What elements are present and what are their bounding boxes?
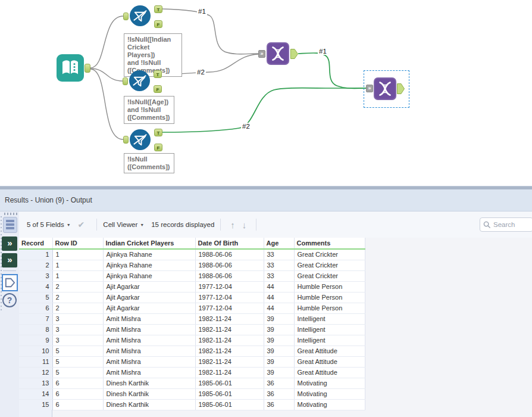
table-cell[interactable]: 36 bbox=[264, 388, 294, 399]
column-header[interactable]: Age bbox=[264, 238, 294, 249]
record-number-cell[interactable]: 15 bbox=[19, 399, 52, 410]
search-box[interactable] bbox=[480, 217, 532, 232]
record-number-cell[interactable]: 5 bbox=[19, 292, 52, 303]
table-cell[interactable]: 39 bbox=[264, 324, 294, 335]
table-cell[interactable]: 1985-06-01 bbox=[195, 388, 264, 399]
record-number-cell[interactable]: 12 bbox=[19, 367, 52, 378]
filter2-annotation[interactable]: !IsNull([Age]) and !IsNull ([Comments]) bbox=[124, 96, 174, 124]
table-cell[interactable]: 36 bbox=[264, 399, 294, 410]
table-cell[interactable]: 5 bbox=[52, 367, 103, 378]
table-cell[interactable]: 39 bbox=[264, 335, 294, 346]
record-number-cell[interactable]: 3 bbox=[19, 270, 52, 281]
record-number-cell[interactable]: 11 bbox=[19, 356, 52, 367]
table-row[interactable]: 93Amit Mishra1982-11-2439Intelligent bbox=[19, 335, 365, 346]
table-cell[interactable]: 44 bbox=[264, 281, 294, 292]
table-row[interactable]: 11Ajinkya Rahane1988-06-0633Great Crickt… bbox=[19, 249, 365, 260]
table-cell[interactable]: Great Attitude bbox=[294, 356, 365, 367]
filter1-false-anchor[interactable]: F bbox=[154, 20, 162, 28]
table-cell[interactable]: 1988-06-06 bbox=[195, 249, 264, 260]
table-cell[interactable]: Ajinkya Rahane bbox=[103, 249, 195, 260]
table-cell[interactable]: Amit Mishra bbox=[103, 356, 195, 367]
output-anchors-icon[interactable]: » bbox=[2, 253, 17, 267]
table-cell[interactable]: Great Attitude bbox=[294, 346, 365, 356]
filter3-annotation[interactable]: !IsNull ([Comments]) bbox=[124, 153, 174, 173]
table-cell[interactable]: 3 bbox=[52, 324, 103, 335]
table-row[interactable]: 156Dinesh Karthik1985-06-0136Motivating bbox=[19, 399, 365, 410]
apply-check-icon[interactable]: ✔ bbox=[78, 220, 85, 229]
search-input[interactable] bbox=[493, 221, 529, 228]
filter1-input-anchor[interactable] bbox=[123, 13, 129, 20]
connection-filter3-union2[interactable] bbox=[162, 88, 366, 132]
union2-input-anchor[interactable]: » bbox=[366, 85, 373, 92]
column-header[interactable]: Date Of Birth bbox=[195, 238, 264, 249]
rail-drag-handle[interactable] bbox=[4, 213, 18, 215]
table-row[interactable]: 31Ajinkya Rahane1988-06-0633Great Crickt… bbox=[19, 270, 365, 281]
table-cell[interactable]: Amit Mishra bbox=[103, 335, 195, 346]
table-cell[interactable]: Humble Person bbox=[294, 281, 365, 292]
table-cell[interactable]: 39 bbox=[264, 313, 294, 324]
table-cell[interactable]: Amit Mishra bbox=[103, 324, 195, 335]
table-cell[interactable]: 1988-06-06 bbox=[195, 260, 264, 270]
table-cell[interactable]: 33 bbox=[264, 270, 294, 281]
table-cell[interactable]: 1982-11-24 bbox=[195, 324, 264, 335]
table-cell[interactable]: 44 bbox=[264, 292, 294, 303]
input-data-tool[interactable] bbox=[57, 54, 84, 82]
record-number-cell[interactable]: 4 bbox=[19, 281, 52, 292]
table-row[interactable]: 42Ajit Agarkar1977-12-0444Humble Person bbox=[19, 281, 365, 292]
table-cell[interactable]: Ajit Agarkar bbox=[103, 292, 195, 303]
table-row[interactable]: 115Amit Mishra1982-11-2439Great Attitude bbox=[19, 356, 365, 367]
record-number-cell[interactable]: 7 bbox=[19, 313, 52, 324]
table-cell[interactable]: Dinesh Karthik bbox=[103, 378, 195, 388]
filter2-false-anchor[interactable]: F bbox=[154, 85, 162, 93]
table-cell[interactable]: Great Crickter bbox=[294, 270, 365, 281]
table-row[interactable]: 146Dinesh Karthik1985-06-0136Motivating bbox=[19, 388, 365, 399]
record-number-cell[interactable]: 10 bbox=[19, 346, 52, 356]
table-row[interactable]: 73Amit Mishra1982-11-2439Intelligent bbox=[19, 313, 365, 324]
table-cell[interactable]: 33 bbox=[264, 249, 294, 260]
table-cell[interactable]: 6 bbox=[52, 399, 103, 410]
table-cell[interactable]: Ajinkya Rahane bbox=[103, 270, 195, 281]
table-row[interactable]: 52Ajit Agarkar1977-12-0444Humble Person bbox=[19, 292, 365, 303]
table-cell[interactable]: Great Crickter bbox=[294, 260, 365, 270]
table-cell[interactable]: 1977-12-04 bbox=[195, 303, 264, 313]
table-cell[interactable]: Intelligent bbox=[294, 313, 365, 324]
filter3-tool[interactable] bbox=[130, 129, 151, 150]
table-row[interactable]: 21Ajinkya Rahane1988-06-0633Great Crickt… bbox=[19, 260, 365, 270]
filter3-input-anchor[interactable] bbox=[123, 136, 129, 144]
table-cell[interactable]: Intelligent bbox=[294, 335, 365, 346]
record-number-cell[interactable]: 2 bbox=[19, 260, 52, 270]
table-cell[interactable]: 39 bbox=[264, 367, 294, 378]
record-number-cell[interactable]: 13 bbox=[19, 378, 52, 388]
filter3-false-anchor[interactable]: F bbox=[154, 144, 162, 151]
table-cell[interactable]: 1977-12-04 bbox=[195, 281, 264, 292]
filter1-tool[interactable] bbox=[130, 5, 151, 26]
table-cell[interactable]: 39 bbox=[264, 356, 294, 367]
record-number-cell[interactable]: 14 bbox=[19, 388, 52, 399]
table-cell[interactable]: Ajinkya Rahane bbox=[103, 260, 195, 270]
workflow-canvas[interactable]: T F !IsNull([Indian Cricket Players]) an… bbox=[0, 0, 532, 186]
table-row[interactable]: 83Amit Mishra1982-11-2439Intelligent bbox=[19, 324, 365, 335]
column-header[interactable]: Comments bbox=[294, 238, 365, 249]
connection-input-filter3[interactable] bbox=[90, 69, 123, 139]
table-cell[interactable]: 6 bbox=[52, 378, 103, 388]
column-header[interactable]: Record bbox=[19, 238, 52, 249]
filter2-true-anchor[interactable]: T bbox=[154, 70, 162, 78]
table-cell[interactable]: 1 bbox=[52, 260, 103, 270]
table-cell[interactable]: Motivating bbox=[294, 388, 365, 399]
connection-label[interactable]: #2 bbox=[196, 69, 206, 76]
table-cell[interactable]: Amit Mishra bbox=[103, 367, 195, 378]
filter2-input-anchor[interactable] bbox=[123, 77, 128, 85]
connection-label[interactable]: #1 bbox=[318, 48, 328, 55]
table-cell[interactable]: 1982-11-24 bbox=[195, 367, 264, 378]
record-number-cell[interactable]: 1 bbox=[19, 249, 52, 260]
table-cell[interactable]: 36 bbox=[264, 378, 294, 388]
column-header[interactable]: Indian Cricket Players bbox=[103, 238, 195, 249]
table-row[interactable]: 105Amit Mishra1982-11-2439Great Attitude bbox=[19, 346, 365, 356]
union1-input-anchor[interactable]: » bbox=[258, 50, 265, 58]
filter2-tool[interactable] bbox=[129, 70, 150, 91]
arrow-up-icon[interactable]: ↑ bbox=[230, 220, 235, 230]
table-cell[interactable]: 1988-06-06 bbox=[195, 270, 264, 281]
table-cell[interactable]: 1982-11-24 bbox=[195, 335, 264, 346]
output-anchor-selected-icon[interactable] bbox=[2, 274, 18, 291]
table-cell[interactable]: 5 bbox=[52, 356, 103, 367]
